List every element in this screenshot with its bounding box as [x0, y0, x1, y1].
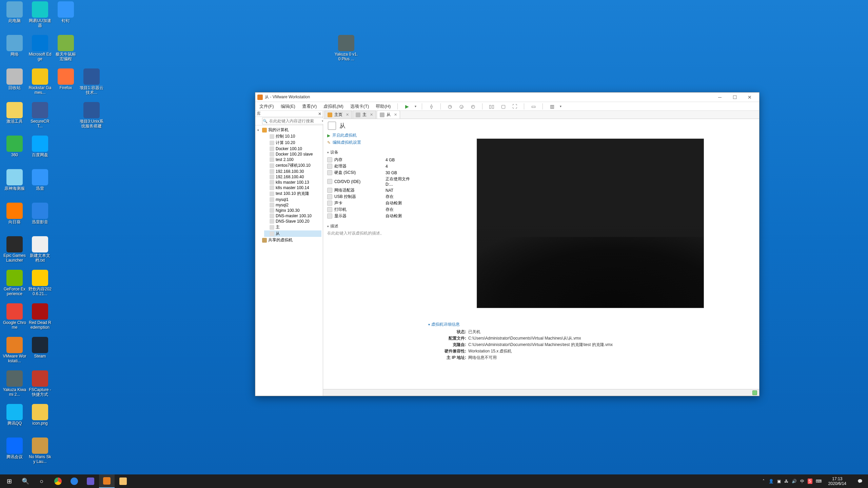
power-on-link[interactable]: ▶ 开启此虚拟机	[327, 133, 417, 138]
titlebar[interactable]: 从 - VMware Workstation ─ ☐ ✕	[255, 93, 759, 102]
menu-vm[interactable]: 虚拟机(M)	[322, 103, 345, 110]
toolbar-icon[interactable]: ⟠	[428, 103, 435, 110]
desktop-icon[interactable]: Rockstar Games...	[28, 68, 52, 95]
edit-settings-link[interactable]: ✎ 编辑虚拟机设置	[327, 140, 417, 145]
desktop-icon[interactable]: SecureCRT...	[28, 102, 52, 128]
desktop-icon[interactable]: 腾讯QQ	[3, 404, 26, 426]
toolbar-snapshot1-icon[interactable]: ◷	[446, 103, 454, 110]
desktop-icon[interactable]: 网络	[3, 35, 26, 57]
devices-section-head[interactable]: ▾设备	[327, 149, 417, 155]
desktop-icon[interactable]: 野炊内容2020.6.21...	[28, 270, 52, 296]
desktop-icon[interactable]: Yakuza 0 v1.0 Plus ...	[334, 35, 358, 61]
desktop-icon[interactable]: 向日葵	[3, 203, 26, 224]
desktop-icon[interactable]: 极天牛鼠标宏编程	[54, 35, 78, 61]
desktop-icon[interactable]: icon.png	[28, 404, 52, 426]
power-on-button[interactable]: ▶	[403, 103, 411, 110]
tray-keyboard-icon[interactable]: ⌨	[816, 479, 822, 484]
device-row[interactable]: 硬盘 (SCSI)30 GB	[327, 169, 417, 176]
tray-ime-icon[interactable]: 中	[800, 479, 804, 484]
desktop-icon[interactable]: 网易UU加速器	[28, 1, 52, 28]
desktop-icon[interactable]: Microsoft Edge	[28, 35, 52, 61]
desktop-icon[interactable]: 原神海测服	[3, 169, 26, 191]
tray-volume-icon[interactable]: 🔊	[792, 479, 797, 484]
desktop-icon[interactable]: Yakuza Kiwami 2...	[3, 370, 26, 397]
tree-vm-item[interactable]: test 2.100	[264, 157, 321, 162]
desktop-icon[interactable]: Steam	[28, 337, 52, 359]
tree-vm-item[interactable]: Docker 100.10	[264, 146, 321, 151]
tree-vm-item[interactable]: Nginx 100.30	[264, 208, 321, 213]
desktop-icon[interactable]: 迅雷	[28, 169, 52, 191]
desktop-icon[interactable]: 新建文本文档.txt	[28, 236, 52, 263]
device-row[interactable]: 打印机存在	[327, 206, 417, 213]
tab[interactable]: 从✕	[377, 110, 400, 119]
notification-button[interactable]: 💬	[853, 479, 867, 484]
vm-details-head[interactable]: ▾ 虚拟机详细信息	[428, 322, 752, 327]
tree-vm-item[interactable]: Docker 100.20 slave	[264, 151, 321, 157]
device-row[interactable]: 处理器4	[327, 163, 417, 169]
close-button[interactable]: ✕	[742, 93, 757, 102]
tray-chevron-icon[interactable]: ˄	[763, 479, 765, 484]
tree-vm-item[interactable]: test 100.10 的克隆	[264, 190, 321, 197]
taskbar-search-button[interactable]: 🔍	[18, 474, 33, 488]
taskbar-clock[interactable]: 17:13 2020/6/14	[826, 476, 849, 486]
menu-edit[interactable]: 编辑(E)	[279, 103, 297, 110]
cortana-button[interactable]: ○	[34, 474, 50, 488]
menu-help[interactable]: 帮助(H)	[374, 103, 392, 110]
desktop-icon[interactable]: 迅雷影音	[28, 203, 52, 224]
device-row[interactable]: 网络适配器NAT	[327, 187, 417, 194]
tab-close-icon[interactable]: ✕	[370, 113, 373, 117]
tree-vm-item[interactable]: k8s master 100.13	[264, 180, 321, 185]
desktop-icon[interactable]: 项目1:容器云技术...	[80, 68, 103, 95]
device-row[interactable]: 声卡自动检测	[327, 200, 417, 206]
toolbar-library-icon[interactable]: ▥	[548, 103, 556, 110]
desktop-icon[interactable]: FSCapture - 快捷方式	[28, 370, 52, 397]
tree-vm-item[interactable]: mysql2	[264, 202, 321, 208]
desktop-icon[interactable]: Red Dead Redemption	[28, 303, 52, 330]
maximize-button[interactable]: ☐	[727, 93, 742, 102]
tree-root-mycomputer[interactable]: ▾ 我的计算机	[257, 127, 321, 133]
tree-vm-item[interactable]: k8s master 100.14	[264, 185, 321, 190]
desktop-icon[interactable]: 项目3:Unix系统服务搭建	[80, 102, 103, 128]
description-section-head[interactable]: ▾描述	[327, 223, 417, 229]
desktop-icon[interactable]: 百度网盘	[28, 136, 52, 157]
tree-vm-item[interactable]: 计算 10.20	[264, 140, 321, 146]
tray-people-icon[interactable]: 👤	[769, 479, 774, 484]
tree-vm-item[interactable]: DNS-Slave 100.20	[264, 219, 321, 224]
vm-screenshot-thumbnail[interactable]	[477, 139, 704, 308]
tree-shared-vms[interactable]: 共享的虚拟机	[257, 237, 321, 243]
tree-vm-item[interactable]: 控制 10.10	[264, 133, 321, 140]
desktop-icon[interactable]: Firefox	[54, 68, 78, 90]
toolbar-snapshot-mgr-icon[interactable]: ◴	[469, 103, 477, 110]
tree-vm-item[interactable]: mysql1	[264, 197, 321, 202]
toolbar-unity-icon[interactable]: ▭	[530, 103, 537, 110]
device-row[interactable]: 内存4 GB	[327, 157, 417, 163]
status-indicator-icon[interactable]	[752, 390, 757, 395]
library-close-icon[interactable]: ✕	[318, 111, 321, 116]
tab[interactable]: 主页✕	[324, 110, 352, 119]
desktop-icon[interactable]: Epic Games Launcher	[3, 236, 26, 263]
taskbar-chrome[interactable]	[50, 474, 66, 488]
tree-vm-item[interactable]: 192.168.100.30	[264, 169, 321, 174]
desktop-icon[interactable]: Google Chrome	[3, 303, 26, 330]
device-row[interactable]: CD/DVD (IDE)正在使用文件 D:...	[327, 176, 417, 187]
toolbar-view2-icon[interactable]: ▢	[499, 103, 507, 110]
desktop-icon[interactable]: GeForce Experience	[3, 270, 26, 296]
description-placeholder[interactable]: 在此处键入对该虚拟机的描述。	[327, 230, 417, 236]
tree-vm-item[interactable]: DNS-master 100.10	[264, 213, 321, 219]
tree-vm-item[interactable]: 从	[264, 230, 321, 237]
start-button[interactable]: ⊞	[1, 474, 17, 488]
library-search-input[interactable]	[262, 118, 327, 124]
tray-security-icon[interactable]: ▣	[777, 479, 781, 484]
desktop-icon[interactable]: 钉钉	[54, 1, 78, 23]
toolbar-view1-icon[interactable]: ▯▯	[488, 103, 495, 110]
taskbar-app2[interactable]	[83, 474, 98, 488]
tree-vm-item[interactable]: 主	[264, 224, 321, 230]
menu-view[interactable]: 查看(V)	[301, 103, 318, 110]
desktop-icon[interactable]: 360	[3, 136, 26, 157]
minimize-button[interactable]: ─	[712, 93, 727, 102]
device-row[interactable]: 显示器自动检测	[327, 213, 417, 219]
tree-vm-item[interactable]: centos7裸机100.10	[264, 162, 321, 169]
taskbar-explorer[interactable]	[115, 474, 131, 488]
desktop-icon[interactable]: 激活工具	[3, 102, 26, 124]
tab-close-icon[interactable]: ✕	[394, 113, 397, 117]
